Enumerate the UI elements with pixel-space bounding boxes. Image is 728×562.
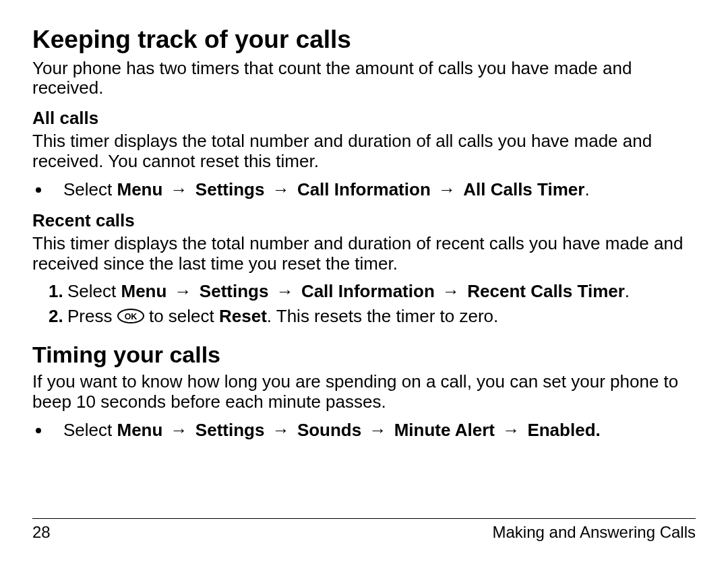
ok-key-icon: OK — [117, 307, 144, 329]
manual-page: Keeping track of your calls Your phone h… — [0, 0, 728, 562]
all-calls-step: Select Menu → Settings → Call Informatio… — [51, 179, 696, 201]
chapter-name: Making and Answering Calls — [493, 523, 696, 542]
page-number: 28 — [32, 523, 51, 542]
all-calls-body: This timer displays the total number and… — [32, 131, 696, 172]
recent-calls-step-2: Press OK to select Reset. This resets th… — [51, 305, 696, 329]
svg-text:OK: OK — [124, 311, 137, 321]
section-heading-timing: Timing your calls — [32, 342, 696, 368]
section-heading-keeping-track: Keeping track of your calls — [32, 26, 696, 55]
recent-calls-body: This timer displays the total number and… — [32, 234, 696, 274]
timing-intro: If you want to know how long you are spe… — [32, 372, 696, 412]
subheading-recent-calls: Recent calls — [32, 210, 696, 231]
timing-step: Select Menu → Settings → Sounds → Minute… — [51, 419, 696, 441]
page-footer: 28 Making and Answering Calls — [32, 518, 696, 542]
intro-paragraph: Your phone has two timers that count the… — [32, 59, 696, 99]
nav-path: Menu → Settings → Call Information → Rec… — [121, 281, 625, 301]
all-calls-instruction-list: Select Menu → Settings → Call Informatio… — [32, 179, 696, 201]
subheading-all-calls: All calls — [32, 108, 696, 129]
nav-path: Menu → Settings → Call Information → All… — [117, 179, 585, 199]
recent-calls-steps: Select Menu → Settings → Call Informatio… — [32, 280, 696, 328]
timing-instruction-list: Select Menu → Settings → Sounds → Minute… — [32, 419, 696, 441]
recent-calls-step-1: Select Menu → Settings → Call Informatio… — [51, 280, 696, 303]
nav-path: Menu → Settings → Sounds → Minute Alert … — [117, 420, 596, 440]
